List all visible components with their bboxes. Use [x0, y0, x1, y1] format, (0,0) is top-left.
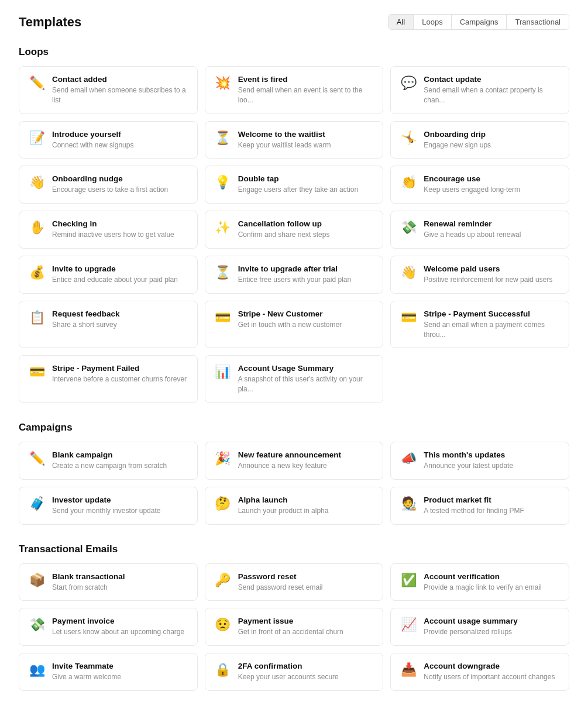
card-loops-0[interactable]: ✏️Contact addedSend email when someone s… [19, 66, 198, 114]
card-desc: Announce a new key feature [238, 461, 341, 471]
card-desc: Get in front of an accidental churn [238, 627, 343, 637]
card-content: Request feedbackShare a short survey [52, 309, 120, 330]
card-transactional-2[interactable]: ✅Account verificationProvide a magic lin… [390, 563, 569, 601]
card-loops-2[interactable]: 💬Contact updateSend email when a contact… [390, 66, 569, 114]
card-transactional-6[interactable]: 👥Invite TeammateGive a warm welcome [19, 653, 198, 691]
card-loops-16[interactable]: 💳Stripe - New CustomerGet in touch with … [205, 301, 384, 349]
card-icon: 💬 [400, 75, 417, 91]
card-title: 2FA confirmation [238, 662, 339, 670]
card-content: Event is firedSend email when an event i… [238, 75, 374, 105]
card-title: Investor update [52, 495, 160, 504]
card-content: Password resetSend password reset email [238, 572, 323, 593]
card-icon: ⏳ [215, 265, 231, 280]
card-title: Checking in [52, 219, 174, 228]
card-icon: 👋 [29, 175, 45, 190]
section-loops: Loops✏️Contact addedSend email when some… [19, 46, 569, 403]
card-icon: 💳 [29, 364, 45, 380]
section-campaigns: Campaigns✏️Blank campaignCreate a new ca… [19, 422, 569, 525]
card-content: Blank transactionalStart from scratch [52, 572, 125, 593]
card-icon: 🔑 [215, 573, 231, 588]
card-transactional-5[interactable]: 📈Account usage summaryProvide personaliz… [390, 608, 569, 646]
card-icon: ✏️ [29, 75, 45, 91]
card-content: Encourage useKeep users engaged long-ter… [424, 174, 520, 195]
card-loops-18[interactable]: 💳Stripe - Payment FailedIntervene before… [19, 355, 198, 403]
card-campaigns-5[interactable]: 🧑‍🎨Product market fitA tested method for… [390, 487, 569, 525]
card-desc: Intervene before a customer churns forev… [52, 374, 187, 384]
card-loops-1[interactable]: 💥Event is firedSend email when an event … [205, 66, 384, 114]
card-icon: 🧳 [29, 496, 45, 511]
card-content: Invite to upgrade after trialEntice free… [238, 264, 351, 285]
card-content: Investor updateSend your monthly investo… [52, 495, 160, 516]
card-loops-19[interactable]: 📊Account Usage SummaryA snapshot of this… [205, 355, 384, 403]
card-campaigns-2[interactable]: 📣This month's updatesAnnounce your lates… [390, 442, 569, 480]
section-title-loops: Loops [19, 46, 569, 58]
card-content: Product market fitA tested method for fi… [424, 495, 524, 516]
card-loops-10[interactable]: ✨Cancellation follow upConfirm and share… [205, 211, 384, 249]
card-loops-15[interactable]: 📋Request feedbackShare a short survey [19, 301, 198, 349]
filter-tab-loops[interactable]: Loops [414, 15, 451, 29]
card-loops-9[interactable]: ✋Checking inRemind inactive users how to… [19, 211, 198, 249]
card-title: New feature announcement [238, 450, 341, 459]
card-icon: 💳 [215, 310, 231, 325]
card-campaigns-1[interactable]: 🎉New feature announcementAnnounce a new … [205, 442, 384, 480]
card-desc: Connect with new signups [52, 140, 133, 150]
card-icon: 🔒 [215, 662, 231, 677]
card-icon: 🤔 [215, 496, 231, 511]
card-icon: 👋 [400, 265, 417, 280]
card-icon: 💸 [400, 220, 417, 235]
card-desc: Notify users of important account change… [424, 672, 555, 682]
card-icon: 📝 [29, 130, 45, 146]
card-title: Contact added [52, 75, 188, 84]
card-loops-4[interactable]: ⏳Welcome to the waitlistKeep your waitli… [205, 121, 384, 159]
card-desc: Share a short survey [52, 320, 120, 330]
card-icon: ✏️ [29, 451, 45, 466]
card-icon: 💰 [29, 265, 45, 280]
card-loops-8[interactable]: 👏Encourage useKeep users engaged long-te… [390, 166, 569, 204]
section-title-transactional: Transactional Emails [19, 543, 569, 555]
card-loops-17[interactable]: 💳Stripe - Payment SuccessfulSend an emai… [390, 301, 569, 349]
filter-tab-transactional[interactable]: Transactional [507, 15, 569, 29]
filter-tabs: AllLoopsCampaignsTransactional [388, 14, 569, 30]
card-loops-12[interactable]: 💰Invite to upgradeEntice and educate abo… [19, 256, 198, 294]
card-desc: Send password reset email [238, 583, 323, 593]
card-loops-7[interactable]: 💡Double tapEngage users after they take … [205, 166, 384, 204]
card-transactional-1[interactable]: 🔑Password resetSend password reset email [205, 563, 384, 601]
card-transactional-8[interactable]: 📥Account downgradeNotify users of import… [390, 653, 569, 691]
card-title: Stripe - Payment Failed [52, 364, 187, 373]
card-transactional-7[interactable]: 🔒2FA confirmationKeep your user accounts… [205, 653, 384, 691]
card-loops-14[interactable]: 👋Welcome paid usersPositive reinforcemen… [390, 256, 569, 294]
card-title: Stripe - Payment Successful [424, 309, 559, 318]
filter-tab-campaigns[interactable]: Campaigns [452, 15, 507, 29]
card-desc: Remind inactive users how to get value [52, 230, 174, 240]
card-desc: Engage users after they take an action [238, 185, 358, 195]
card-content: New feature announcementAnnounce a new k… [238, 450, 341, 471]
card-loops-13[interactable]: ⏳Invite to upgrade after trialEntice fre… [205, 256, 384, 294]
card-icon: 🎉 [215, 451, 231, 466]
card-loops-11[interactable]: 💸Renewal reminderGive a heads up about r… [390, 211, 569, 249]
card-loops-3[interactable]: 📝Introduce yourselfConnect with new sign… [19, 121, 198, 159]
card-campaigns-4[interactable]: 🤔Alpha launchLaunch your product in alph… [205, 487, 384, 525]
card-title: Encourage use [424, 174, 520, 183]
card-icon: 👥 [29, 662, 45, 677]
card-loops-6[interactable]: 👋Onboarding nudgeEncourage users to take… [19, 166, 198, 204]
grid-loops: ✏️Contact addedSend email when someone s… [19, 66, 569, 403]
card-loops-5[interactable]: 🤸Onboarding dripEngage new sign ups [390, 121, 569, 159]
card-title: Welcome paid users [424, 264, 552, 273]
filter-tab-all[interactable]: All [388, 15, 414, 29]
card-desc: Positive reinforcement for new paid user… [424, 275, 552, 285]
card-content: Invite to upgradeEntice and educate abou… [52, 264, 178, 285]
card-content: Invite TeammateGive a warm welcome [52, 662, 121, 682]
card-desc: Give a warm welcome [52, 672, 121, 682]
card-campaigns-3[interactable]: 🧳Investor updateSend your monthly invest… [19, 487, 198, 525]
card-transactional-0[interactable]: 📦Blank transactionalStart from scratch [19, 563, 198, 601]
card-content: Introduce yourselfConnect with new signu… [52, 130, 133, 150]
card-icon: ✅ [400, 573, 417, 588]
card-content: Checking inRemind inactive users how to … [52, 219, 174, 240]
card-desc: Engage new sign ups [424, 140, 491, 150]
card-title: Stripe - New Customer [238, 309, 342, 318]
card-content: Welcome paid usersPositive reinforcement… [424, 264, 552, 285]
card-transactional-3[interactable]: 💸Payment invoiceLet users know about an … [19, 608, 198, 646]
card-transactional-4[interactable]: 😟Payment issueGet in front of an acciden… [205, 608, 384, 646]
card-campaigns-0[interactable]: ✏️Blank campaignCreate a new campaign fr… [19, 442, 198, 480]
card-title: Password reset [238, 572, 323, 581]
